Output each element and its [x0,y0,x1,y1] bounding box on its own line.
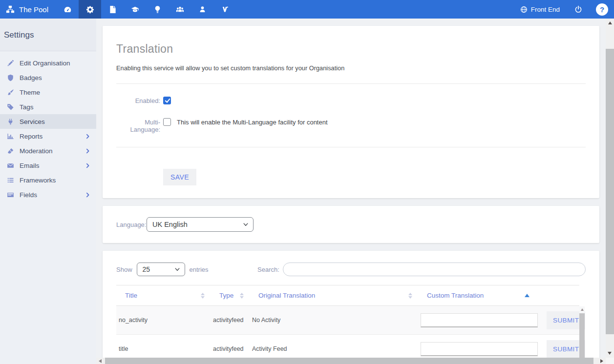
dashboard-icon [64,5,72,14]
sidebar-item-label: Edit Organisation [20,60,90,67]
multi-language-label: Multi-Language: [116,118,160,133]
sort-icons [201,293,205,299]
search-label: Search: [257,266,279,273]
bar-chart-icon [7,132,15,140]
language-label: Language: [116,221,143,228]
list-icon [7,176,15,184]
column-header-type[interactable]: Type [211,285,250,305]
tag-icon [7,103,15,111]
sidebar-item-fields[interactable]: Fields [0,187,96,202]
chevron-right-icon [85,192,90,198]
scroll-down-arrow-icon [608,352,612,355]
sidebar-item-frameworks[interactable]: Frameworks [0,173,96,187]
column-label: Type [219,292,233,299]
divider [116,147,586,147]
language-select-value: UK English [152,221,188,228]
language-select[interactable]: UK English [147,217,254,232]
translation-description: Enabling this service will allow you to … [116,64,586,72]
tab-groups[interactable] [169,0,191,19]
divider [116,83,586,84]
academy-icon [131,5,139,14]
entries-label: entries [190,266,209,273]
sidebar-item-theme[interactable]: Theme [0,85,96,100]
sidebar-item-emails[interactable]: Emails [0,158,96,173]
tab-document[interactable] [101,0,124,19]
page-size-value: 25 [143,265,150,273]
document-icon [108,5,117,14]
table-row: no_activityactivityfeedNo ActivitySUBMIT [116,306,579,335]
table-scrollbar[interactable] [579,306,585,364]
tab-academy[interactable] [124,0,146,19]
chevron-right-icon [85,163,90,168]
sidebar-item-label: Services [20,118,90,125]
search-input[interactable] [283,263,586,276]
sidebar-item-tags[interactable]: Tags [0,100,96,114]
plug-icon [7,118,15,125]
sitemap-icon [6,5,15,14]
cell-original-translation: No Activity [250,317,418,324]
sidebar-item-badges[interactable]: Badges [0,70,96,85]
sidebar-item-moderation[interactable]: Moderation [0,143,96,158]
column-header-original-translation[interactable]: Original Translation [250,285,418,305]
sidebar-item-label: Theme [20,89,90,96]
sidebar-title: Settings [0,19,96,51]
scroll-right-arrow-icon [600,359,603,363]
sort-icons [240,293,244,299]
tab-v-logo[interactable] [213,0,236,19]
envelope-icon [7,162,15,169]
column-label: Original Translation [258,292,315,299]
logout-button[interactable] [574,5,582,13]
user-icon [198,5,207,14]
multi-language-checkbox[interactable] [163,118,171,126]
sidebar: Settings Edit OrganisationBadgesThemeTag… [0,19,96,364]
cell-type: activityfeed [211,345,250,352]
custom-translation-input[interactable] [421,342,538,356]
show-label: Show [116,266,132,273]
column-label: Title [125,292,137,299]
sort-icons [408,293,412,299]
custom-translation-input[interactable] [421,313,538,327]
save-button[interactable]: SAVE [163,169,196,185]
page-title: Translation [116,42,586,56]
globe-icon [520,6,528,13]
front-end-link[interactable]: Front End [520,6,560,13]
sidebar-item-edit-organisation[interactable]: Edit Organisation [0,56,96,70]
table-scrollbar-thumb[interactable] [579,313,585,364]
page-size-select[interactable]: 25 [137,263,185,276]
column-header-title[interactable]: Title [116,285,211,305]
page-vertical-scrollbar[interactable] [606,19,614,358]
app-brand[interactable]: The Pool [0,0,56,19]
sidebar-item-services[interactable]: Services [0,114,96,129]
sidebar-item-reports[interactable]: Reports [0,129,96,143]
translations-table-card: Show 25 entries Search: TitleTypeOrigina… [103,251,599,364]
sidebar-item-label: Frameworks [20,177,90,184]
question-mark-icon: ? [600,5,604,14]
main-content: Translation Enabling this service will a… [96,19,606,364]
power-icon [574,5,582,13]
cell-custom-translation: SUBMIT [418,340,589,358]
v-logo-icon [221,5,229,14]
enabled-checkbox[interactable] [163,97,171,104]
tab-user[interactable] [191,0,213,19]
column-header-custom-translation[interactable]: Custom Translation [418,285,579,305]
tab-dashboard[interactable] [56,0,79,19]
help-button[interactable]: ? [596,3,608,16]
sidebar-item-label: Badges [20,74,90,81]
tab-idea[interactable] [146,0,169,19]
page-hscroll-thumb[interactable] [105,358,593,364]
translations-table: TitleTypeOriginal TranslationCustom Tran… [116,285,579,364]
eraser-icon [7,147,15,155]
column-label: Custom Translation [427,292,484,299]
topnav [56,0,236,19]
fields-icon [7,191,15,199]
page-horizontal-scrollbar[interactable] [96,358,606,364]
front-end-label: Front End [531,6,560,13]
table-body: no_activityactivityfeedNo ActivitySUBMIT… [116,306,579,364]
scroll-left-arrow-icon [99,359,102,363]
page-vscroll-thumb[interactable] [606,49,614,334]
topbar-right: Front End ? [520,0,614,19]
sidebar-menu: Edit OrganisationBadgesThemeTagsServices… [0,51,96,202]
settings-icon [86,5,94,14]
tab-settings[interactable] [79,0,101,19]
enabled-label: Enabled: [116,97,160,104]
